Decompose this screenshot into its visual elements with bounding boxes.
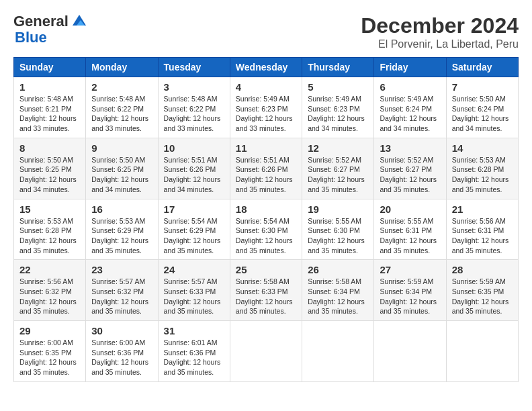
day-number: 10 bbox=[164, 142, 224, 154]
day-number: 18 bbox=[236, 203, 296, 215]
weekday-header-thursday: Thursday bbox=[302, 58, 374, 77]
day-cell-7: 7Sunrise: 5:50 AM Sunset: 6:24 PM Daylig… bbox=[446, 77, 518, 138]
week-row-4: 22Sunrise: 5:56 AM Sunset: 6:32 PM Dayli… bbox=[14, 260, 519, 321]
day-info: Sunrise: 5:56 AM Sunset: 6:32 PM Dayligh… bbox=[19, 277, 80, 316]
day-cell-2: 2Sunrise: 5:48 AM Sunset: 6:22 PM Daylig… bbox=[86, 77, 158, 138]
day-number: 6 bbox=[380, 81, 440, 93]
day-number: 13 bbox=[380, 142, 440, 154]
day-info: Sunrise: 5:57 AM Sunset: 6:32 PM Dayligh… bbox=[91, 277, 152, 316]
day-info: Sunrise: 5:52 AM Sunset: 6:27 PM Dayligh… bbox=[308, 155, 368, 195]
day-cell-24: 24Sunrise: 5:57 AM Sunset: 6:33 PM Dayli… bbox=[158, 260, 230, 321]
day-info: Sunrise: 5:53 AM Sunset: 6:29 PM Dayligh… bbox=[91, 216, 152, 256]
day-info: Sunrise: 5:55 AM Sunset: 6:30 PM Dayligh… bbox=[308, 216, 368, 256]
day-cell-28: 28Sunrise: 5:59 AM Sunset: 6:35 PM Dayli… bbox=[446, 260, 518, 321]
day-cell-20: 20Sunrise: 5:55 AM Sunset: 6:31 PM Dayli… bbox=[374, 199, 446, 260]
day-info: Sunrise: 5:51 AM Sunset: 6:26 PM Dayligh… bbox=[164, 155, 224, 195]
day-number: 20 bbox=[380, 203, 440, 215]
day-number: 19 bbox=[308, 203, 368, 215]
day-info: Sunrise: 5:48 AM Sunset: 6:21 PM Dayligh… bbox=[19, 94, 80, 134]
weekday-header-tuesday: Tuesday bbox=[158, 58, 230, 77]
day-number: 4 bbox=[236, 81, 296, 93]
logo-blue-text: Blue bbox=[15, 29, 47, 46]
day-cell-16: 16Sunrise: 5:53 AM Sunset: 6:29 PM Dayli… bbox=[86, 199, 158, 260]
day-info: Sunrise: 5:49 AM Sunset: 6:23 PM Dayligh… bbox=[308, 94, 368, 134]
day-number: 25 bbox=[236, 264, 296, 275]
weekday-header-friday: Friday bbox=[374, 58, 446, 77]
day-number: 27 bbox=[380, 264, 440, 275]
day-info: Sunrise: 5:50 AM Sunset: 6:25 PM Dayligh… bbox=[91, 155, 152, 195]
day-info: Sunrise: 6:00 AM Sunset: 6:35 PM Dayligh… bbox=[19, 338, 80, 377]
calendar-header: SundayMondayTuesdayWednesdayThursdayFrid… bbox=[14, 58, 519, 77]
weekday-header-saturday: Saturday bbox=[446, 58, 518, 77]
day-info: Sunrise: 5:58 AM Sunset: 6:34 PM Dayligh… bbox=[308, 277, 368, 316]
day-cell-25: 25Sunrise: 5:58 AM Sunset: 6:33 PM Dayli… bbox=[230, 260, 302, 321]
day-cell-31: 31Sunrise: 6:01 AM Sunset: 6:36 PM Dayli… bbox=[158, 321, 230, 382]
day-cell-22: 22Sunrise: 5:56 AM Sunset: 6:32 PM Dayli… bbox=[14, 260, 86, 321]
day-cell-18: 18Sunrise: 5:54 AM Sunset: 6:30 PM Dayli… bbox=[230, 199, 302, 260]
day-number: 30 bbox=[91, 325, 152, 336]
day-info: Sunrise: 5:52 AM Sunset: 6:27 PM Dayligh… bbox=[380, 155, 440, 195]
day-cell-10: 10Sunrise: 5:51 AM Sunset: 6:26 PM Dayli… bbox=[158, 138, 230, 199]
location-title: El Porvenir, La Libertad, Peru bbox=[361, 38, 519, 50]
day-number: 26 bbox=[308, 264, 368, 275]
weekday-header-row: SundayMondayTuesdayWednesdayThursdayFrid… bbox=[14, 58, 519, 77]
day-number: 2 bbox=[91, 81, 152, 93]
empty-cell bbox=[374, 321, 446, 382]
day-number: 31 bbox=[164, 325, 224, 336]
day-number: 14 bbox=[452, 142, 513, 154]
day-cell-9: 9Sunrise: 5:50 AM Sunset: 6:25 PM Daylig… bbox=[86, 138, 158, 199]
day-info: Sunrise: 5:50 AM Sunset: 6:24 PM Dayligh… bbox=[452, 94, 513, 134]
day-number: 16 bbox=[91, 203, 152, 215]
day-cell-17: 17Sunrise: 5:54 AM Sunset: 6:29 PM Dayli… bbox=[158, 199, 230, 260]
day-cell-4: 4Sunrise: 5:49 AM Sunset: 6:23 PM Daylig… bbox=[230, 77, 302, 138]
day-info: Sunrise: 5:48 AM Sunset: 6:22 PM Dayligh… bbox=[91, 94, 152, 134]
empty-cell bbox=[230, 321, 302, 382]
empty-cell bbox=[446, 321, 518, 382]
day-cell-3: 3Sunrise: 5:48 AM Sunset: 6:22 PM Daylig… bbox=[158, 77, 230, 138]
day-number: 24 bbox=[164, 264, 224, 275]
day-info: Sunrise: 5:49 AM Sunset: 6:24 PM Dayligh… bbox=[380, 94, 440, 134]
day-info: Sunrise: 5:54 AM Sunset: 6:30 PM Dayligh… bbox=[236, 216, 296, 256]
day-cell-11: 11Sunrise: 5:51 AM Sunset: 6:26 PM Dayli… bbox=[230, 138, 302, 199]
week-row-5: 29Sunrise: 6:00 AM Sunset: 6:35 PM Dayli… bbox=[14, 321, 519, 382]
day-number: 3 bbox=[164, 81, 224, 93]
day-info: Sunrise: 5:48 AM Sunset: 6:22 PM Dayligh… bbox=[164, 94, 224, 134]
day-cell-6: 6Sunrise: 5:49 AM Sunset: 6:24 PM Daylig… bbox=[374, 77, 446, 138]
day-cell-27: 27Sunrise: 5:59 AM Sunset: 6:34 PM Dayli… bbox=[374, 260, 446, 321]
calendar-body: 1Sunrise: 5:48 AM Sunset: 6:21 PM Daylig… bbox=[14, 77, 519, 382]
day-number: 7 bbox=[452, 81, 513, 93]
month-title: December 2024 bbox=[361, 13, 519, 38]
weekday-header-monday: Monday bbox=[86, 58, 158, 77]
day-number: 15 bbox=[19, 203, 80, 215]
day-info: Sunrise: 5:49 AM Sunset: 6:23 PM Dayligh… bbox=[236, 94, 296, 134]
day-cell-26: 26Sunrise: 5:58 AM Sunset: 6:34 PM Dayli… bbox=[302, 260, 374, 321]
week-row-2: 8Sunrise: 5:50 AM Sunset: 6:25 PM Daylig… bbox=[14, 138, 519, 199]
day-number: 1 bbox=[19, 81, 80, 93]
calendar-table: SundayMondayTuesdayWednesdayThursdayFrid… bbox=[13, 57, 519, 382]
day-info: Sunrise: 6:01 AM Sunset: 6:36 PM Dayligh… bbox=[164, 338, 224, 377]
logo-icon bbox=[71, 13, 87, 30]
logo: General Blue bbox=[13, 13, 87, 46]
day-info: Sunrise: 5:51 AM Sunset: 6:26 PM Dayligh… bbox=[236, 155, 296, 195]
day-info: Sunrise: 5:58 AM Sunset: 6:33 PM Dayligh… bbox=[236, 277, 296, 316]
empty-cell bbox=[302, 321, 374, 382]
week-row-3: 15Sunrise: 5:53 AM Sunset: 6:28 PM Dayli… bbox=[14, 199, 519, 260]
day-cell-12: 12Sunrise: 5:52 AM Sunset: 6:27 PM Dayli… bbox=[302, 138, 374, 199]
day-info: Sunrise: 5:59 AM Sunset: 6:34 PM Dayligh… bbox=[380, 277, 440, 316]
week-row-1: 1Sunrise: 5:48 AM Sunset: 6:21 PM Daylig… bbox=[14, 77, 519, 138]
day-number: 5 bbox=[308, 81, 368, 93]
day-info: Sunrise: 6:00 AM Sunset: 6:36 PM Dayligh… bbox=[91, 338, 152, 377]
day-number: 22 bbox=[19, 264, 80, 275]
page-header: General Blue December 2024 El Porvenir, … bbox=[13, 13, 519, 50]
day-info: Sunrise: 5:55 AM Sunset: 6:31 PM Dayligh… bbox=[380, 216, 440, 256]
day-cell-30: 30Sunrise: 6:00 AM Sunset: 6:36 PM Dayli… bbox=[86, 321, 158, 382]
day-cell-15: 15Sunrise: 5:53 AM Sunset: 6:28 PM Dayli… bbox=[14, 199, 86, 260]
day-info: Sunrise: 5:53 AM Sunset: 6:28 PM Dayligh… bbox=[452, 155, 513, 195]
day-info: Sunrise: 5:53 AM Sunset: 6:28 PM Dayligh… bbox=[19, 216, 80, 256]
day-number: 29 bbox=[19, 325, 80, 336]
day-number: 9 bbox=[91, 142, 152, 154]
day-cell-1: 1Sunrise: 5:48 AM Sunset: 6:21 PM Daylig… bbox=[14, 77, 86, 138]
day-number: 8 bbox=[19, 142, 80, 154]
day-info: Sunrise: 5:57 AM Sunset: 6:33 PM Dayligh… bbox=[164, 277, 224, 316]
day-number: 21 bbox=[452, 203, 513, 215]
